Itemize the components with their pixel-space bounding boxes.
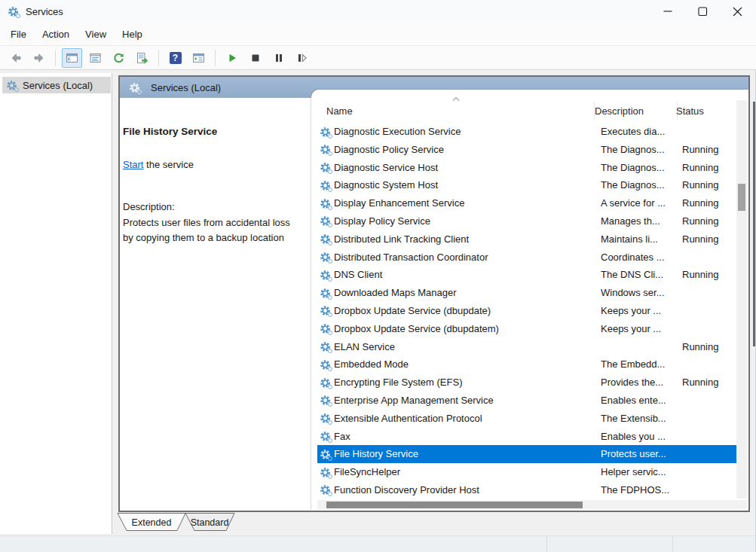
restart-service-button[interactable] (292, 48, 312, 68)
statusbar-separator (672, 536, 673, 552)
service-row[interactable]: Fax Enables you ... (317, 428, 738, 446)
gear-icon (320, 431, 331, 442)
statusbar-separator (546, 536, 547, 552)
gear-icon (320, 484, 331, 496)
service-description: Provides the... (601, 374, 679, 392)
pane-banner-title: Services (Local) (151, 82, 221, 93)
vertical-scrollbar[interactable] (736, 100, 747, 499)
service-row[interactable]: ELAN Service Running (317, 338, 738, 356)
service-status: Running (682, 194, 738, 212)
forward-button[interactable] (29, 48, 49, 68)
service-row[interactable]: Diagnostic Service Host The Diagnos... R… (317, 159, 738, 177)
column-header-name[interactable]: Name (326, 105, 353, 117)
service-status: Running (682, 176, 738, 194)
service-row[interactable]: Dropbox Update Service (dbupdatem) Keeps… (317, 320, 738, 338)
content-area: Services (Local) Services (Local) File H… (0, 70, 756, 552)
service-row[interactable]: File History Service Protects user... (317, 445, 738, 463)
forward-icon (32, 52, 46, 64)
service-row[interactable]: DNS Client The DNS Cli... Running (317, 266, 738, 284)
service-status: Running (682, 212, 738, 230)
column-header-status[interactable]: Status (676, 105, 704, 117)
service-row[interactable]: Diagnostic Policy Service The Diagnos...… (317, 141, 738, 159)
tree-item-label: Services (Local) (23, 80, 93, 91)
service-name: Display Policy Service (334, 212, 598, 230)
menu-file[interactable]: File (11, 29, 26, 40)
toolbar-separator (215, 50, 216, 66)
gear-icon (320, 252, 331, 263)
show-console-tree-button[interactable] (62, 48, 82, 68)
service-name: Diagnostic Policy Service (334, 141, 598, 159)
service-description: Helper servic... (601, 463, 679, 481)
service-description: Executes dia... (601, 123, 679, 141)
show-action-pane-icon (192, 52, 205, 64)
service-name: Distributed Link Tracking Client (334, 230, 598, 249)
service-row[interactable]: Enterprise App Management Service Enable… (317, 392, 738, 410)
service-status: Running (682, 230, 738, 249)
service-name: File History Service (334, 445, 598, 463)
service-name: Dropbox Update Service (dbupdate) (334, 302, 598, 320)
service-row[interactable]: Display Enhancement Service A service fo… (317, 194, 738, 212)
gear-icon (320, 288, 331, 299)
service-row[interactable]: FileSyncHelper Helper servic... (317, 463, 738, 481)
pause-service-button[interactable] (268, 48, 289, 68)
service-name: ELAN Service (334, 338, 598, 356)
toolbar-separator (55, 50, 56, 66)
description-text: Protects user files from accidental loss… (123, 215, 298, 245)
toolbar: ? (0, 46, 756, 70)
service-row[interactable]: Distributed Link Tracking Client Maintai… (317, 230, 738, 249)
menu-help[interactable]: Help (122, 29, 142, 40)
service-row[interactable]: Diagnostic Execution Service Executes di… (317, 123, 738, 141)
start-service-link[interactable]: Start (123, 159, 143, 170)
service-name: Display Enhancement Service (334, 194, 598, 212)
service-row[interactable]: Dropbox Update Service (dbupdate) Keeps … (317, 302, 738, 320)
close-button[interactable] (720, 0, 754, 23)
service-row[interactable]: Downloaded Maps Manager Windows ser... (317, 284, 738, 302)
sort-ascending-icon (451, 96, 461, 102)
service-row[interactable]: Embedded Mode The Embedd... (317, 355, 738, 374)
properties-button[interactable] (85, 48, 106, 68)
service-description: The Diagnos... (601, 141, 679, 159)
gear-icon (320, 215, 331, 227)
maximize-icon (698, 7, 708, 17)
gear-icon (320, 377, 331, 389)
status-bar (0, 535, 756, 552)
minimize-button[interactable] (650, 0, 685, 23)
horizontal-scrollbar-thumb[interactable] (326, 502, 583, 508)
service-name: Embedded Mode (334, 355, 598, 374)
gear-icon (320, 198, 331, 209)
gear-icon (6, 80, 17, 91)
help-button[interactable]: ? (165, 48, 185, 68)
service-name: Encrypting File System (EFS) (334, 374, 598, 392)
properties-icon (89, 52, 102, 64)
show-action-pane-button[interactable] (188, 48, 209, 68)
service-description: Enables you ... (601, 428, 679, 446)
column-header-description[interactable]: Description (595, 105, 644, 117)
service-name: Extensible Authentication Protocol (334, 410, 598, 428)
service-row[interactable]: Function Discovery Provider Host The FDP… (317, 481, 738, 499)
tree-item-services-local[interactable]: Services (Local) (2, 77, 111, 93)
start-service-button[interactable] (222, 48, 242, 68)
horizontal-scrollbar[interactable] (317, 500, 747, 509)
service-row[interactable]: Display Policy Service Manages th... Run… (317, 212, 738, 230)
service-row[interactable]: Extensible Authentication Protocol The E… (317, 410, 738, 428)
refresh-button[interactable] (109, 48, 129, 68)
service-status: Running (682, 159, 738, 177)
toolbar-separator (158, 50, 159, 66)
close-icon (733, 7, 742, 17)
service-status: Running (682, 338, 738, 356)
vertical-scrollbar-thumb[interactable] (738, 184, 745, 211)
maximize-button[interactable] (685, 0, 720, 23)
service-description: Keeps your ... (601, 302, 679, 320)
back-button[interactable] (5, 48, 26, 68)
show-console-tree-icon (66, 52, 78, 64)
service-row[interactable]: Encrypting File System (EFS) Provides th… (317, 374, 738, 392)
service-row[interactable]: Diagnostic System Host The Diagnos... Ru… (317, 176, 738, 194)
stop-service-button[interactable] (245, 48, 265, 68)
gear-icon (320, 127, 331, 138)
menu-action[interactable]: Action (42, 29, 69, 40)
service-row[interactable]: Distributed Transaction Coordinator Coor… (317, 249, 738, 267)
service-name: FileSyncHelper (334, 463, 598, 481)
service-description: The Diagnos... (601, 159, 679, 177)
menu-view[interactable]: View (85, 29, 106, 40)
export-list-button[interactable] (132, 48, 152, 68)
